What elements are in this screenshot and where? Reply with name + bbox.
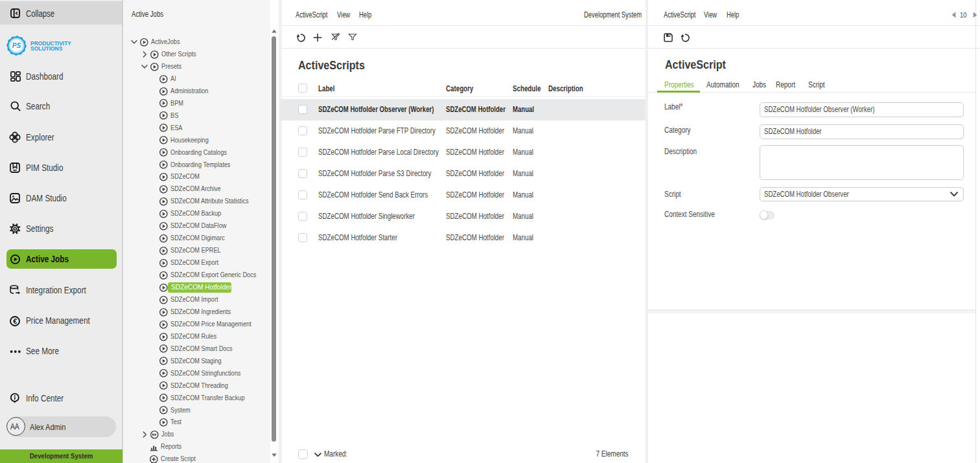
svg-text:€: € [13, 317, 17, 324]
svg-text:PS: PS [12, 42, 21, 49]
